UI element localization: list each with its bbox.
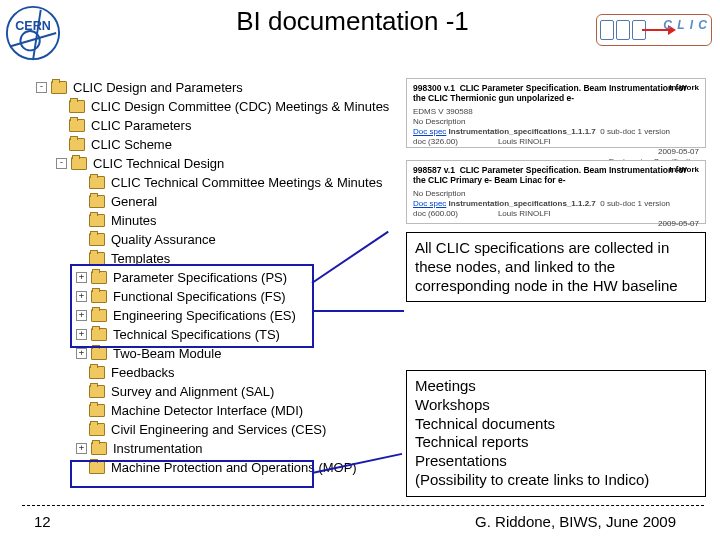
expand-icon[interactable]: + xyxy=(76,443,87,454)
tree-item-label: Survey and Alignment (SAL) xyxy=(111,384,274,399)
tree-row[interactable]: Survey and Alignment (SAL) xyxy=(30,382,400,401)
tree-item-label: CLIC Technical Design xyxy=(93,156,224,171)
footer-divider xyxy=(22,505,704,506)
tree-row[interactable]: +Engineering Specifications (ES) xyxy=(30,306,400,325)
tree-item-label: General xyxy=(111,194,157,209)
tree-row[interactable]: +Instrumentation xyxy=(30,439,400,458)
folder-icon xyxy=(89,385,105,398)
expand-icon[interactable]: + xyxy=(76,310,87,321)
expander-spacer xyxy=(76,406,85,415)
doc-card-2: In-Work 998587 v.1 CLIC Parameter Specif… xyxy=(406,160,706,224)
status-label: In-Work xyxy=(669,165,699,174)
annotation-line: Workshops xyxy=(415,396,697,415)
tree-item-label: CLIC Parameters xyxy=(91,118,191,133)
folder-icon xyxy=(91,271,107,284)
folder-icon xyxy=(91,290,107,303)
folder-icon xyxy=(89,195,105,208)
tree-row[interactable]: Minutes xyxy=(30,211,400,230)
annotation-specifications: All CLIC specifications are collected in… xyxy=(406,232,706,302)
tree-item-label: Machine Detector Interface (MDI) xyxy=(111,403,303,418)
doc-spec-link[interactable]: Doc spec xyxy=(413,199,446,208)
folder-icon xyxy=(69,138,85,151)
tree-item-label: Parameter Specifications (PS) xyxy=(113,270,287,285)
annotation-line: Technical reports xyxy=(415,433,697,452)
tree-item-label: CLIC Design Committee (CDC) Meetings & M… xyxy=(91,99,389,114)
slide: CERN BI documentation -1 C L I C -CLIC D… xyxy=(0,0,720,540)
expander-spacer xyxy=(56,140,65,149)
folder-icon xyxy=(89,233,105,246)
tree-row[interactable]: +Functional Specifications (FS) xyxy=(30,287,400,306)
svg-line-2 xyxy=(33,10,41,60)
folder-icon xyxy=(89,176,105,189)
slide-title: BI documentation -1 xyxy=(115,6,590,37)
tree-row[interactable]: +Parameter Specifications (PS) xyxy=(30,268,400,287)
expander-spacer xyxy=(56,102,65,111)
folder-icon xyxy=(51,81,67,94)
folder-icon xyxy=(91,328,107,341)
tree-row[interactable]: Machine Protection and Operations (MOP) xyxy=(30,458,400,477)
folder-icon xyxy=(69,119,85,132)
doc-spec-link[interactable]: Doc spec xyxy=(413,127,446,136)
status-label: In-Work xyxy=(669,83,699,92)
expand-icon[interactable]: + xyxy=(76,272,87,283)
connector-line xyxy=(312,310,404,312)
folder-icon xyxy=(91,309,107,322)
tree-item-label: Instrumentation xyxy=(113,441,203,456)
tree-item-label: CLIC Design and Parameters xyxy=(73,80,243,95)
tree-row[interactable]: -CLIC Design and Parameters xyxy=(30,78,400,97)
expander-spacer xyxy=(56,121,65,130)
annotation-line: Technical documents xyxy=(415,415,697,434)
folder-icon xyxy=(91,347,107,360)
expander-spacer xyxy=(76,463,85,472)
tree-item-label: Machine Protection and Operations (MOP) xyxy=(111,460,357,475)
tree-row[interactable]: Machine Detector Interface (MDI) xyxy=(30,401,400,420)
tree-row[interactable]: Feedbacks xyxy=(30,363,400,382)
expand-icon[interactable]: + xyxy=(76,291,87,302)
tree-item-label: Quality Assurance xyxy=(111,232,216,247)
tree-row[interactable]: CLIC Parameters xyxy=(30,116,400,135)
doc-card-1: In-Work 998300 v.1 CLIC Parameter Specif… xyxy=(406,78,706,148)
folder-icon xyxy=(71,157,87,170)
folder-icon xyxy=(89,366,105,379)
expander-spacer xyxy=(76,368,85,377)
tree-row[interactable]: CLIC Scheme xyxy=(30,135,400,154)
clic-logo: C L I C xyxy=(596,14,712,46)
expander-spacer xyxy=(76,254,85,263)
annotation-line: Meetings xyxy=(415,377,697,396)
tree-item-label: Technical Specifications (TS) xyxy=(113,327,280,342)
folder-tree: -CLIC Design and ParametersCLIC Design C… xyxy=(30,78,400,477)
expand-icon[interactable]: + xyxy=(76,329,87,340)
expander-spacer xyxy=(76,387,85,396)
tree-item-label: CLIC Scheme xyxy=(91,137,172,152)
tree-row[interactable]: CLIC Technical Committee Meetings & Minu… xyxy=(30,173,400,192)
tree-row[interactable]: CLIC Design Committee (CDC) Meetings & M… xyxy=(30,97,400,116)
tree-row[interactable]: Quality Assurance xyxy=(30,230,400,249)
tree-item-label: Templates xyxy=(111,251,170,266)
collapse-icon[interactable]: - xyxy=(36,82,47,93)
tree-row[interactable]: +Technical Specifications (TS) xyxy=(30,325,400,344)
folder-icon xyxy=(69,100,85,113)
folder-icon xyxy=(89,252,105,265)
folder-icon xyxy=(89,461,105,474)
tree-row[interactable]: -CLIC Technical Design xyxy=(30,154,400,173)
annotation-line: Presentations xyxy=(415,452,697,471)
expander-spacer xyxy=(76,197,85,206)
expand-icon[interactable]: + xyxy=(76,348,87,359)
tree-item-label: Functional Specifications (FS) xyxy=(113,289,286,304)
tree-item-label: Engineering Specifications (ES) xyxy=(113,308,296,323)
tree-row[interactable]: Civil Engineering and Services (CES) xyxy=(30,420,400,439)
annotation-instrumentation: MeetingsWorkshopsTechnical documentsTech… xyxy=(406,370,706,497)
expander-spacer xyxy=(76,235,85,244)
cern-logo: CERN xyxy=(4,4,62,62)
collapse-icon[interactable]: - xyxy=(56,158,67,169)
expander-spacer xyxy=(76,425,85,434)
folder-icon xyxy=(89,404,105,417)
tree-row[interactable]: +Two-Beam Module xyxy=(30,344,400,363)
cern-logo-text: CERN xyxy=(15,19,51,33)
annotation-line: (Possibility to create links to Indico) xyxy=(415,471,697,490)
tree-item-label: CLIC Technical Committee Meetings & Minu… xyxy=(111,175,382,190)
folder-icon xyxy=(89,423,105,436)
author-line: G. Riddone, BIWS, June 2009 xyxy=(475,513,676,530)
tree-row[interactable]: General xyxy=(30,192,400,211)
svg-line-3 xyxy=(10,33,56,47)
